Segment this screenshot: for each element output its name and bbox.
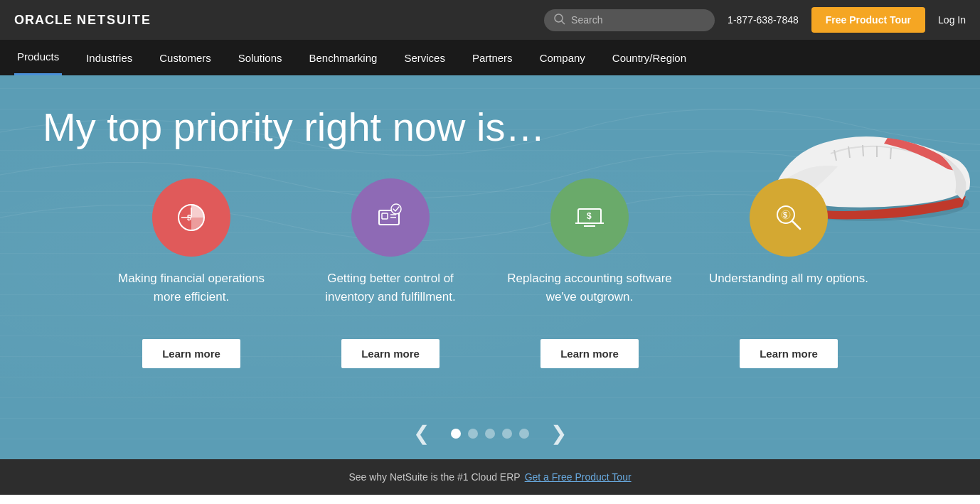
svg-line-22 <box>792 221 800 229</box>
card-4-icon-circle: $ <box>750 178 828 257</box>
learn-more-btn-1[interactable]: Learn more <box>142 339 240 368</box>
svg-rect-13 <box>382 213 388 219</box>
learn-more-btn-3[interactable]: Learn more <box>540 339 639 368</box>
hero-card-4: $ Understanding all my options. Learn mo… <box>689 171 888 407</box>
inventory-icon <box>371 198 410 237</box>
svg-line-1 <box>562 21 565 24</box>
free-tour-button[interactable]: Free Product Tour <box>811 7 925 33</box>
logo-oracle: ORACLE <box>14 13 73 28</box>
nav-item-products[interactable]: Products <box>14 40 62 75</box>
footer-text: See why NetSuite is the #1 Cloud ERP <box>348 471 520 483</box>
search-icon <box>554 14 565 27</box>
magnify-icon: $ <box>769 198 809 237</box>
nav-item-customers[interactable]: Customers <box>156 40 214 75</box>
carousel-dot-4[interactable] <box>502 429 512 439</box>
carousel-dot-1[interactable] <box>451 429 461 439</box>
logo-netsuite: NETSUITE <box>77 13 151 28</box>
hero-title: My top priority right now is… <box>0 75 980 171</box>
card-1-icon-circle: $ <box>152 178 230 257</box>
carousel-dot-5[interactable] <box>519 429 529 439</box>
card-4-text: Understanding all my options. <box>709 269 868 326</box>
search-input[interactable]: Search <box>571 14 705 26</box>
nav-item-services[interactable]: Services <box>401 40 448 75</box>
carousel-dot-3[interactable] <box>485 429 495 439</box>
nav-item-benchmarking[interactable]: Benchmarking <box>307 40 380 75</box>
svg-text:$: $ <box>587 211 592 221</box>
hero-card-2: Getting better control of inventory and … <box>291 171 490 407</box>
hero-card-3: $ Replacing accounting software we've ou… <box>490 171 689 407</box>
svg-point-16 <box>391 204 401 214</box>
top-bar: ORACLE NETSUITE Search 1-877-638-7848 Fr… <box>0 0 980 40</box>
laptop-dollar-icon: $ <box>570 198 609 237</box>
carousel-prev-arrow[interactable]: ❮ <box>399 422 444 445</box>
svg-text:$: $ <box>783 210 787 219</box>
nav-item-country[interactable]: Country/Region <box>609 40 689 75</box>
pie-chart-icon: $ <box>171 198 211 237</box>
nav-item-solutions[interactable]: Solutions <box>235 40 285 75</box>
top-bar-right: Search 1-877-638-7848 Free Product Tour … <box>544 7 966 33</box>
nav-item-partners[interactable]: Partners <box>469 40 516 75</box>
card-3-icon-circle: $ <box>550 178 629 257</box>
carousel-dot-2[interactable] <box>468 429 478 439</box>
svg-text:$: $ <box>187 214 191 222</box>
login-button[interactable]: Log In <box>938 14 966 26</box>
svg-point-0 <box>555 14 563 22</box>
card-2-text: Getting better control of inventory and … <box>305 269 476 326</box>
carousel-next-arrow[interactable]: ❯ <box>536 422 581 445</box>
learn-more-btn-4[interactable]: Learn more <box>740 339 838 368</box>
hero-cards: $ Making financial operations more effic… <box>0 171 980 407</box>
nav-item-industries[interactable]: Industries <box>83 40 135 75</box>
hero-section: My top priority right now is… $ Making f… <box>0 75 980 459</box>
card-1-text: Making financial operations more efficie… <box>106 269 277 326</box>
hero-card-1: $ Making financial operations more effic… <box>92 171 291 407</box>
search-bar[interactable]: Search <box>544 9 715 31</box>
logo: ORACLE NETSUITE <box>14 13 151 28</box>
footer-link[interactable]: Get a Free Product Tour <box>525 471 632 483</box>
card-2-icon-circle <box>351 178 430 257</box>
bottom-bar: See why NetSuite is the #1 Cloud ERP Get… <box>0 459 980 495</box>
phone-number: 1-877-638-7848 <box>728 14 799 26</box>
card-3-text: Replacing accounting software we've outg… <box>504 269 675 326</box>
learn-more-btn-2[interactable]: Learn more <box>341 339 440 368</box>
nav-item-company[interactable]: Company <box>537 40 588 75</box>
carousel-nav: ❮ ❯ <box>0 407 980 459</box>
nav-bar: Products Industries Customers Solutions … <box>0 40 980 75</box>
